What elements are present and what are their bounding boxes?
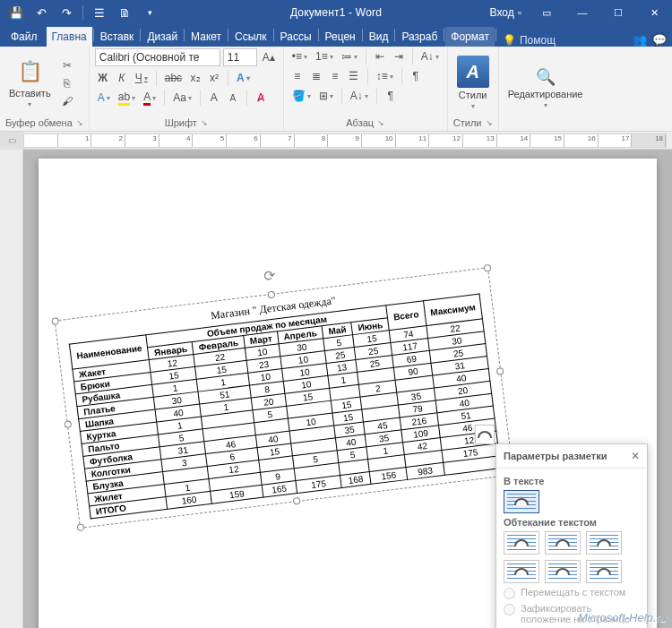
text-effects-button[interactable]: A xyxy=(234,70,253,86)
underline-button[interactable]: Ч xyxy=(133,70,151,86)
horizontal-ruler-bar: ▭ 123456789101112131415161718 xyxy=(0,132,672,150)
align-left-button[interactable]: ≡ xyxy=(289,68,306,84)
tab-format[interactable]: Формат xyxy=(445,27,495,47)
resize-handle[interactable] xyxy=(484,264,492,272)
ruler-corner[interactable]: ▭ xyxy=(0,132,23,150)
rotation-handle-icon[interactable]: ⟳ xyxy=(263,266,276,284)
resize-handle[interactable] xyxy=(64,420,72,428)
align-right-button[interactable]: ≡ xyxy=(327,68,343,84)
highlight-button[interactable]: ab xyxy=(116,90,138,106)
tab-layout[interactable]: Макет xyxy=(185,27,227,47)
wrap-tight-option[interactable] xyxy=(545,531,581,555)
new-doc-icon[interactable]: 🗎 xyxy=(114,3,135,22)
close-button[interactable]: ✕ xyxy=(636,0,672,25)
touch-mode-icon[interactable]: ☰ xyxy=(89,3,110,22)
ribbon-options-icon[interactable]: ▭ xyxy=(529,0,564,25)
wrap-through-option[interactable] xyxy=(586,531,622,555)
resize-handle[interactable] xyxy=(51,317,59,325)
wrap-topbottom-option[interactable] xyxy=(504,560,539,583)
superscript-button[interactable]: x² xyxy=(206,70,222,86)
flyout-section-wrap: Обтекание текстом xyxy=(504,517,640,528)
tell-me[interactable]: 💡Помощ xyxy=(497,34,556,47)
tab-view[interactable]: Вид xyxy=(364,27,394,47)
clipboard-dialog-launcher[interactable]: ↘ xyxy=(76,118,83,127)
tab-home[interactable]: Главна xyxy=(47,27,92,47)
subscript-button[interactable]: x₂ xyxy=(187,70,203,86)
grow-font2-button[interactable]: A xyxy=(225,90,241,106)
tab-references[interactable]: Ссылк xyxy=(229,27,272,47)
paragraph-dialog-launcher[interactable]: ↘ xyxy=(377,118,384,127)
undo-icon[interactable]: ↶ xyxy=(30,3,52,22)
grow-font-button[interactable]: A▴ xyxy=(260,49,278,65)
cut-button[interactable]: ✂ xyxy=(58,57,76,73)
wrap-behind-option[interactable] xyxy=(545,560,581,583)
tab-review[interactable]: Рецен xyxy=(320,27,361,47)
strikethrough-button[interactable]: abc xyxy=(162,70,185,86)
tab-file[interactable]: Файл xyxy=(5,27,47,47)
decrease-indent-button[interactable]: ⇤ xyxy=(372,48,388,65)
justify-button[interactable]: ☰ xyxy=(346,68,362,84)
clear-formatting-button[interactable]: A̷ xyxy=(253,90,269,106)
comments-icon[interactable]: 💬 xyxy=(652,33,667,47)
bold-button[interactable]: Ж xyxy=(95,70,111,86)
font-color-button[interactable]: A xyxy=(141,90,159,106)
font-dialog-launcher[interactable]: ↘ xyxy=(201,118,208,127)
borders-button[interactable]: ⊞ xyxy=(316,88,336,104)
document-canvas[interactable]: ⟳ Магазин " Детская одежда" Наименова xyxy=(23,150,672,628)
numbering-button[interactable]: 1≡ xyxy=(313,48,336,65)
tab-mailings[interactable]: Рассы xyxy=(275,27,317,47)
sort2-button[interactable]: A↓ xyxy=(348,88,371,104)
format-painter-button[interactable]: 🖌 xyxy=(58,93,76,109)
horizontal-ruler[interactable]: 123456789101112131415161718 xyxy=(23,133,667,148)
multilevel-button[interactable]: ≔ xyxy=(339,48,360,65)
sort-button[interactable]: A↓ xyxy=(418,48,442,65)
shrink-font-button[interactable]: A xyxy=(206,90,222,106)
tab-developer[interactable]: Разраб xyxy=(396,27,443,47)
tab-design[interactable]: Дизай xyxy=(142,27,183,47)
show-marks-button[interactable]: ¶ xyxy=(408,68,424,84)
resize-handle[interactable] xyxy=(76,523,84,531)
styles-icon: A xyxy=(457,56,489,88)
pilcrow-button[interactable]: ¶ xyxy=(383,88,399,104)
copy-button[interactable]: ⎘ xyxy=(58,75,76,91)
italic-button[interactable]: К xyxy=(114,70,130,86)
share-icon[interactable]: 👥 xyxy=(633,33,647,47)
bullets-button[interactable]: •≡ xyxy=(289,48,310,65)
ribbon-tabs: Файл Главна Вставк Дизай Макет Ссылк Рас… xyxy=(0,25,672,47)
maximize-button[interactable]: ☐ xyxy=(600,0,636,25)
layout-options-anchor-icon[interactable] xyxy=(475,425,495,444)
font-name-combo[interactable] xyxy=(95,48,220,66)
styles-dialog-launcher[interactable]: ↘ xyxy=(486,118,493,127)
minimize-button[interactable]: — xyxy=(564,0,600,25)
ribbon: 📋 Вставить ▾ ✂ ⎘ 🖌 Буфер обмена↘ A▴ Ж К … xyxy=(0,47,672,132)
text-fill-button[interactable]: A xyxy=(95,90,113,106)
font-size-combo[interactable] xyxy=(223,48,257,66)
align-center-button[interactable]: ≣ xyxy=(308,68,324,84)
shading-button[interactable]: 🪣 xyxy=(289,88,314,104)
redo-icon[interactable]: ↷ xyxy=(56,3,77,22)
styles-label: Стили xyxy=(459,90,487,100)
qat-more-icon[interactable]: ▾ xyxy=(139,3,160,22)
rotated-table-object[interactable]: ⟳ Магазин " Детская одежда" Наименова xyxy=(55,267,514,529)
vertical-ruler[interactable] xyxy=(0,150,23,628)
wrap-inline-option[interactable] xyxy=(504,490,539,513)
styles-button[interactable]: A Стили ▾ xyxy=(453,54,493,112)
tab-insert[interactable]: Вставк xyxy=(95,27,140,47)
resize-handle[interactable] xyxy=(293,497,301,505)
quick-access-toolbar: 💾 ↶ ↷ ☰ 🗎 ▾ xyxy=(0,3,166,22)
styles-group-label: Стили xyxy=(453,117,482,128)
resize-handle[interactable] xyxy=(496,367,504,375)
wrap-square-option[interactable] xyxy=(504,531,539,555)
flyout-close-icon[interactable]: ✕ xyxy=(631,450,640,462)
increase-indent-button[interactable]: ⇥ xyxy=(391,48,407,65)
resize-handle[interactable] xyxy=(268,290,276,298)
paste-button[interactable]: 📋 Вставить ▾ xyxy=(5,56,55,110)
move-with-text-radio[interactable]: Перемещать с текстом xyxy=(504,587,640,599)
sign-in-button[interactable]: Вход ▫ xyxy=(483,6,529,19)
save-icon[interactable]: 💾 xyxy=(5,3,27,22)
wrap-front-option[interactable] xyxy=(586,560,622,583)
group-editing: 🔍 Редактирование ▾ xyxy=(499,47,592,131)
line-spacing-button[interactable]: ↕≡ xyxy=(374,68,396,84)
editing-button[interactable]: 🔍 Редактирование ▾ xyxy=(504,65,587,111)
change-case-button[interactable]: Aa xyxy=(170,90,194,106)
